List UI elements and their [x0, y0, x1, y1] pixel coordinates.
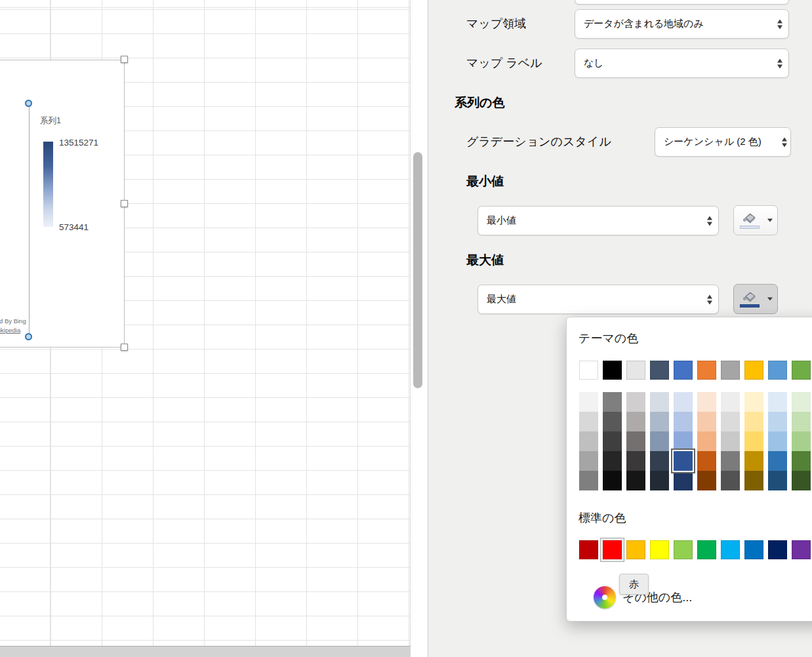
- theme-variant-swatch[interactable]: [792, 451, 811, 471]
- min-fill-color-button[interactable]: [733, 205, 778, 235]
- max-fill-color-button[interactable]: [733, 284, 778, 314]
- standard-color-swatch[interactable]: [768, 540, 787, 559]
- theme-variant-swatch[interactable]: [650, 451, 669, 471]
- theme-variant-swatch[interactable]: [792, 392, 811, 412]
- standard-color-swatch[interactable]: [626, 540, 645, 559]
- theme-variant-swatch[interactable]: [697, 471, 716, 490]
- theme-variant-swatch[interactable]: [650, 431, 669, 451]
- theme-variant-swatch[interactable]: [650, 392, 669, 412]
- theme-variant-swatch[interactable]: [674, 412, 693, 431]
- theme-variant-swatch[interactable]: [603, 471, 622, 490]
- theme-variant-swatch[interactable]: [768, 392, 787, 412]
- map-chart[interactable]: 系列1 13515271 573441 d By Bing ikipedia: [0, 60, 125, 348]
- max-value-dropdown[interactable]: 最大値: [477, 285, 719, 314]
- chart-resize-handle-mid-right[interactable]: [121, 200, 128, 207]
- map-area-dropdown[interactable]: データが含まれる地域のみ: [575, 9, 789, 39]
- theme-variant-swatch[interactable]: [650, 471, 669, 490]
- theme-variant-swatch[interactable]: [674, 431, 693, 451]
- standard-color-swatch[interactable]: [650, 540, 669, 559]
- theme-variant-swatch[interactable]: [721, 451, 740, 471]
- legend-gradient-bar[interactable]: [43, 142, 53, 227]
- theme-variant-swatch[interactable]: [626, 451, 645, 471]
- chart-resize-handle-bottom-right[interactable]: [121, 344, 128, 351]
- theme-variant-swatch[interactable]: [674, 451, 693, 471]
- theme-color-swatch[interactable]: [768, 361, 787, 380]
- theme-variant-swatch[interactable]: [674, 392, 693, 412]
- theme-variant-swatch[interactable]: [626, 431, 645, 451]
- theme-variant-swatch[interactable]: [626, 471, 645, 490]
- theme-variant-swatch[interactable]: [603, 392, 622, 412]
- theme-variant-swatch[interactable]: [768, 412, 787, 431]
- theme-color-swatch[interactable]: [792, 361, 811, 380]
- theme-variant-swatch[interactable]: [744, 471, 763, 490]
- theme-colors-heading: テーマの色: [579, 330, 638, 346]
- legend-selection-border: [29, 104, 30, 337]
- theme-color-swatch[interactable]: [721, 361, 740, 380]
- standard-color-swatch[interactable]: [697, 540, 716, 559]
- stepper-icon[interactable]: [777, 58, 782, 68]
- legend-title[interactable]: 系列1: [40, 115, 61, 127]
- theme-variant-swatch[interactable]: [768, 431, 787, 451]
- standard-color-swatch[interactable]: [792, 540, 811, 559]
- wikipedia-attribution: ikipedia: [0, 327, 20, 334]
- theme-variant-swatch[interactable]: [579, 431, 598, 451]
- theme-variant-swatch[interactable]: [626, 412, 645, 431]
- map-labels-dropdown[interactable]: なし: [575, 49, 789, 78]
- theme-variant-swatch[interactable]: [697, 431, 716, 451]
- theme-variant-swatch[interactable]: [744, 451, 763, 471]
- theme-color-swatch[interactable]: [603, 361, 622, 380]
- standard-color-swatch[interactable]: [721, 540, 740, 559]
- standard-color-swatch[interactable]: [603, 540, 622, 559]
- max-value: 最大値: [487, 293, 516, 306]
- stepper-icon[interactable]: [782, 137, 787, 147]
- theme-variant-swatch[interactable]: [744, 431, 763, 451]
- legend-min-value: 573441: [59, 222, 89, 232]
- theme-variant-swatch[interactable]: [697, 412, 716, 431]
- map-area-value: データが含まれる地域のみ: [584, 18, 704, 30]
- dropdown-arrow-icon[interactable]: [767, 298, 773, 301]
- chart-resize-handle-top-right[interactable]: [121, 56, 128, 63]
- stepper-icon[interactable]: [707, 216, 712, 226]
- gradient-style-dropdown[interactable]: シーケンシャル (2 色): [655, 127, 791, 157]
- standard-color-swatch[interactable]: [579, 540, 598, 559]
- theme-variant-swatch[interactable]: [792, 412, 811, 431]
- theme-variant-swatch[interactable]: [768, 451, 787, 471]
- theme-variant-swatch[interactable]: [603, 451, 622, 471]
- dropdown-arrow-icon[interactable]: [767, 219, 773, 222]
- theme-variant-swatch[interactable]: [744, 392, 763, 412]
- theme-color-swatch[interactable]: [650, 361, 669, 380]
- theme-variant-swatch[interactable]: [721, 412, 740, 431]
- theme-color-swatch[interactable]: [697, 361, 716, 380]
- min-value-dropdown[interactable]: 最小値: [477, 206, 719, 235]
- standard-color-swatch[interactable]: [744, 540, 763, 559]
- theme-variant-swatch[interactable]: [697, 451, 716, 471]
- theme-variant-swatch[interactable]: [579, 451, 598, 471]
- vertical-scrollbar-thumb[interactable]: [413, 152, 422, 388]
- theme-variant-swatch[interactable]: [674, 471, 693, 490]
- stepper-icon[interactable]: [707, 294, 712, 304]
- legend-selection-handle-top[interactable]: [25, 100, 32, 107]
- theme-variant-swatch[interactable]: [721, 392, 740, 412]
- theme-color-swatch[interactable]: [579, 361, 598, 380]
- theme-variant-swatch[interactable]: [579, 471, 598, 490]
- theme-variant-swatch[interactable]: [579, 392, 598, 412]
- theme-variant-swatch[interactable]: [603, 431, 622, 451]
- stepper-icon[interactable]: [777, 19, 782, 29]
- theme-variant-swatch[interactable]: [579, 412, 598, 431]
- theme-variant-swatch[interactable]: [626, 392, 645, 412]
- theme-variant-swatch[interactable]: [768, 471, 787, 490]
- theme-color-swatch[interactable]: [744, 361, 763, 380]
- cutoff-dropdown[interactable]: [575, 0, 789, 5]
- standard-color-swatch[interactable]: [674, 540, 693, 559]
- legend-selection-handle-bottom[interactable]: [25, 333, 32, 340]
- theme-color-swatch[interactable]: [626, 361, 645, 380]
- theme-variant-swatch[interactable]: [744, 412, 763, 431]
- theme-variant-swatch[interactable]: [721, 431, 740, 451]
- theme-variant-swatch[interactable]: [650, 412, 669, 431]
- theme-variant-swatch[interactable]: [721, 471, 740, 490]
- theme-variant-swatch[interactable]: [697, 392, 716, 412]
- theme-variant-swatch[interactable]: [792, 431, 811, 451]
- theme-color-swatch[interactable]: [674, 361, 693, 380]
- theme-variant-swatch[interactable]: [792, 471, 811, 490]
- theme-variant-swatch[interactable]: [603, 412, 622, 431]
